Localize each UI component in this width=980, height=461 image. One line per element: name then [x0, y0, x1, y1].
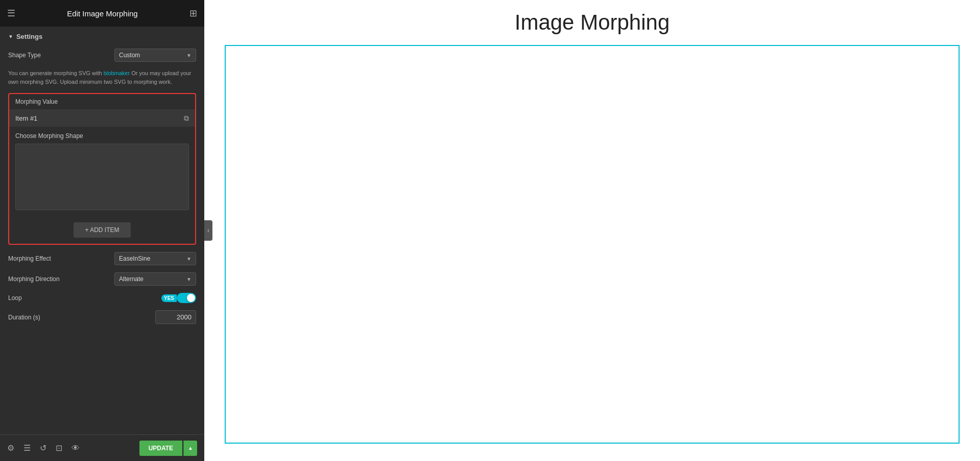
loop-row: Loop YES	[8, 293, 196, 303]
update-button[interactable]: UPDATE	[139, 441, 182, 456]
shape-type-value: Custom	[119, 52, 140, 59]
sidebar-header: ☰ Edit Image Morphing ⊞	[0, 0, 204, 27]
morphing-shape-section: Choose Morphing Shape	[9, 127, 195, 217]
morphing-direction-dropdown[interactable]: Alternate ▼	[114, 272, 196, 286]
morphing-item-label: Item #1	[15, 114, 37, 122]
toggle-yes-label: YES	[161, 294, 177, 302]
morphing-item[interactable]: Item #1 ⧉	[9, 110, 195, 127]
sidebar: ☰ Edit Image Morphing ⊞ ▼ Settings Shape…	[0, 0, 204, 461]
settings-title: ▼ Settings	[8, 33, 196, 40]
morphing-value-header: Morphing Value	[9, 94, 195, 110]
settings-arrow-icon: ▼	[8, 34, 13, 39]
update-arrow-button[interactable]: ▲	[183, 441, 197, 456]
info-text: You can generate morphing SVG with blobm…	[8, 69, 196, 86]
settings-section: ▼ Settings Shape Type Custom ▼ You can g…	[0, 27, 204, 337]
copy-icon[interactable]: ⧉	[184, 114, 189, 123]
history-icon[interactable]: ↺	[40, 443, 46, 453]
morphing-value-box: Morphing Value Item #1 ⧉ Choose Morphing…	[8, 93, 196, 245]
collapse-tab[interactable]: ‹	[204, 220, 212, 241]
footer-right: UPDATE ▲	[139, 441, 197, 456]
preview-box	[225, 45, 960, 444]
morphing-effect-label: Morphing Effect	[8, 255, 51, 262]
main-content: Image Morphing	[204, 0, 980, 461]
toggle-track[interactable]	[177, 293, 196, 303]
morphing-direction-label: Morphing Direction	[8, 275, 60, 283]
toggle-thumb	[187, 294, 195, 302]
layers-icon[interactable]: ☰	[23, 443, 31, 453]
chevron-down-icon: ▼	[186, 53, 192, 58]
morphing-effect-row: Morphing Effect EaseInSine ▼	[8, 252, 196, 265]
footer-icons: ⚙ ☰ ↺ ⊡ 👁	[7, 443, 80, 453]
loop-toggle[interactable]: YES	[161, 293, 196, 303]
blobmaker-link[interactable]: blobmaker	[104, 70, 130, 76]
morphing-effect-dropdown[interactable]: EaseInSine ▼	[114, 252, 196, 265]
duration-row: Duration (s)	[8, 310, 196, 324]
loop-label: Loop	[8, 294, 22, 302]
responsive-icon[interactable]: ⊡	[56, 443, 62, 453]
duration-label: Duration (s)	[8, 314, 40, 321]
morphing-effect-value: EaseInSine	[119, 255, 150, 262]
page-title: Image Morphing	[515, 10, 670, 35]
settings-icon[interactable]: ⚙	[7, 443, 14, 453]
add-item-button[interactable]: + ADD ITEM	[74, 222, 130, 238]
morphing-shape-label: Choose Morphing Shape	[15, 132, 189, 140]
grid-icon[interactable]: ⊞	[189, 8, 197, 19]
morphing-direction-row: Morphing Direction Alternate ▼	[8, 272, 196, 286]
morphing-direction-value: Alternate	[119, 275, 144, 283]
shape-type-row: Shape Type Custom ▼	[8, 49, 196, 62]
sidebar-footer: ⚙ ☰ ↺ ⊡ 👁 UPDATE ▲	[0, 434, 204, 461]
duration-input[interactable]	[155, 310, 196, 324]
chevron-down-icon: ▼	[186, 276, 192, 282]
settings-label: Settings	[16, 33, 42, 40]
sidebar-title: Edit Image Morphing	[67, 9, 137, 18]
chevron-down-icon: ▼	[186, 256, 192, 262]
menu-icon[interactable]: ☰	[7, 8, 15, 19]
shape-type-label: Shape Type	[8, 52, 41, 59]
sidebar-content: ▼ Settings Shape Type Custom ▼ You can g…	[0, 27, 204, 461]
preview-icon[interactable]: 👁	[71, 444, 80, 453]
morphing-shape-textarea[interactable]	[15, 144, 189, 210]
add-item-row: + ADD ITEM	[9, 217, 195, 244]
shape-type-dropdown[interactable]: Custom ▼	[114, 49, 196, 62]
